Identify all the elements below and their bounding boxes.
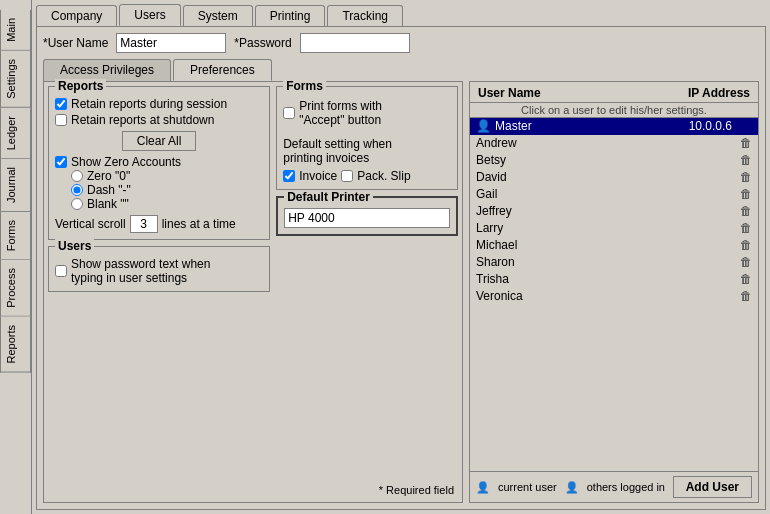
- default-printer-section: Default Printer: [276, 196, 458, 236]
- top-tabs: Company Users System Printing Tracking: [32, 0, 770, 26]
- user-row[interactable]: Michael🗑: [470, 237, 758, 254]
- forms-title: Forms: [283, 79, 326, 93]
- reports-title: Reports: [55, 79, 106, 93]
- password-label: *Password: [234, 36, 291, 50]
- right-col: Forms Print forms with"Accept" button De…: [276, 86, 458, 476]
- pack-slip-checkbox[interactable]: [341, 170, 353, 182]
- retain-shutdown-checkbox[interactable]: [55, 114, 67, 126]
- user-row[interactable]: Larry🗑: [470, 220, 758, 237]
- tab-tracking[interactable]: Tracking: [327, 5, 403, 26]
- show-zero-label: Show Zero Accounts: [71, 155, 181, 169]
- add-user-button[interactable]: Add User: [673, 476, 752, 498]
- user-list-header: User Name IP Address: [470, 82, 758, 103]
- delete-user-icon[interactable]: 🗑: [740, 289, 752, 303]
- current-user-icon: 👤: [476, 481, 490, 494]
- user-name-cell: David: [476, 170, 507, 184]
- required-note: * Required field: [48, 482, 458, 498]
- scroll-label: Vertical scroll: [55, 217, 126, 231]
- tab-printing[interactable]: Printing: [255, 5, 326, 26]
- radio-zero[interactable]: [71, 170, 83, 182]
- tab-users[interactable]: Users: [119, 4, 180, 26]
- retain-session-label: Retain reports during session: [71, 97, 227, 111]
- user-row[interactable]: Veronica🗑: [470, 288, 758, 305]
- user-name-cell: Sharon: [476, 255, 515, 269]
- default-printer-title: Default Printer: [284, 190, 373, 204]
- delete-user-icon[interactable]: 🗑: [740, 153, 752, 167]
- sub-tab-preferences[interactable]: Preferences: [173, 59, 272, 81]
- delete-user-icon[interactable]: 🗑: [740, 187, 752, 201]
- sidebar-tab-settings[interactable]: Settings: [0, 51, 31, 108]
- radio-dash[interactable]: [71, 184, 83, 196]
- user-row[interactable]: 👤Master10.0.0.6: [470, 118, 758, 135]
- footer-icons: 👤 current user 👤 others logged in: [476, 481, 665, 494]
- content-area: *User Name *Password Access Privileges P…: [36, 26, 766, 510]
- printer-input[interactable]: [284, 208, 450, 228]
- retain-session-checkbox[interactable]: [55, 98, 67, 110]
- invoice-checkbox[interactable]: [283, 170, 295, 182]
- user-row[interactable]: Trisha🗑: [470, 271, 758, 288]
- print-forms-label: Print forms with"Accept" button: [299, 99, 382, 127]
- tab-company[interactable]: Company: [36, 5, 117, 26]
- sub-tab-access[interactable]: Access Privileges: [43, 59, 171, 81]
- left-panel: Reports Retain reports during session Re…: [43, 81, 463, 503]
- delete-user-icon[interactable]: 🗑: [740, 136, 752, 150]
- user-row[interactable]: David🗑: [470, 169, 758, 186]
- user-row[interactable]: Jeffrey🗑: [470, 203, 758, 220]
- others-logged-label: others logged in: [587, 481, 665, 493]
- current-user-label: current user: [498, 481, 557, 493]
- password-text-checkbox[interactable]: [55, 265, 67, 277]
- delete-user-icon[interactable]: 🗑: [740, 255, 752, 269]
- user-row[interactable]: Andrew🗑: [470, 135, 758, 152]
- delete-user-icon[interactable]: 🗑: [740, 221, 752, 235]
- password-input[interactable]: [300, 33, 410, 53]
- blank-label: Blank "": [87, 197, 129, 211]
- forms-section: Forms Print forms with"Accept" button De…: [276, 86, 458, 190]
- delete-user-icon[interactable]: 🗑: [740, 204, 752, 218]
- delete-user-icon[interactable]: 🗑: [740, 238, 752, 252]
- delete-user-icon[interactable]: 🗑: [740, 170, 752, 184]
- print-forms-checkbox[interactable]: [283, 107, 295, 119]
- user-row[interactable]: Betsy🗑: [470, 152, 758, 169]
- zero-option-dash: Dash "-": [71, 183, 263, 197]
- dash-label: Dash "-": [87, 183, 131, 197]
- body-split: Reports Retain reports during session Re…: [43, 81, 759, 503]
- sidebar-tab-reports[interactable]: Reports: [0, 317, 31, 373]
- user-row[interactable]: Sharon🗑: [470, 254, 758, 271]
- password-text-label: Show password text whentyping in user se…: [71, 257, 210, 285]
- sidebar-tab-main[interactable]: Main: [0, 10, 31, 51]
- sidebar-tab-ledger[interactable]: Ledger: [0, 108, 31, 159]
- delete-user-icon[interactable]: 🗑: [740, 272, 752, 286]
- sidebar-tab-journal[interactable]: Journal: [0, 159, 31, 212]
- sidebar-tab-forms[interactable]: Forms: [0, 212, 31, 260]
- sidebar-tab-process[interactable]: Process: [0, 260, 31, 317]
- user-row[interactable]: Gail🗑: [470, 186, 758, 203]
- username-label: *User Name: [43, 36, 108, 50]
- user-list-footer: 👤 current user 👤 others logged in Add Us…: [470, 471, 758, 502]
- user-list-panel: User Name IP Address Click on a user to …: [469, 81, 759, 503]
- user-person-icon: 👤: [476, 119, 491, 133]
- zero-label: Zero "0": [87, 169, 130, 183]
- show-zero-row: Show Zero Accounts: [55, 155, 263, 169]
- user-list: 👤Master10.0.0.6Andrew🗑Betsy🗑David🗑Gail🗑J…: [470, 118, 758, 471]
- user-list-hint: Click on a user to edit his/her settings…: [470, 103, 758, 118]
- show-zero-checkbox[interactable]: [55, 156, 67, 168]
- clear-all-button[interactable]: Clear All: [122, 131, 197, 151]
- zero-option-zero: Zero "0": [71, 169, 263, 183]
- scroll-input[interactable]: [130, 215, 158, 233]
- radio-blank[interactable]: [71, 198, 83, 210]
- username-input[interactable]: [116, 33, 226, 53]
- left-panel-inner: Reports Retain reports during session Re…: [48, 86, 458, 476]
- user-name-cell: Trisha: [476, 272, 509, 286]
- user-pass-row: *User Name *Password: [43, 33, 759, 53]
- users-section-title: Users: [55, 239, 94, 253]
- user-name-cell: Jeffrey: [476, 204, 512, 218]
- user-name-cell: Larry: [476, 221, 503, 235]
- retain-shutdown-row: Retain reports at shutdown: [55, 113, 263, 127]
- retain-session-row: Retain reports during session: [55, 97, 263, 111]
- zero-option-blank: Blank "": [71, 197, 263, 211]
- others-logged-icon: 👤: [565, 481, 579, 494]
- tab-system[interactable]: System: [183, 5, 253, 26]
- user-name-cell: Master: [495, 119, 532, 133]
- user-name-cell: Andrew: [476, 136, 517, 150]
- user-ip-cell: 10.0.0.6: [689, 119, 732, 133]
